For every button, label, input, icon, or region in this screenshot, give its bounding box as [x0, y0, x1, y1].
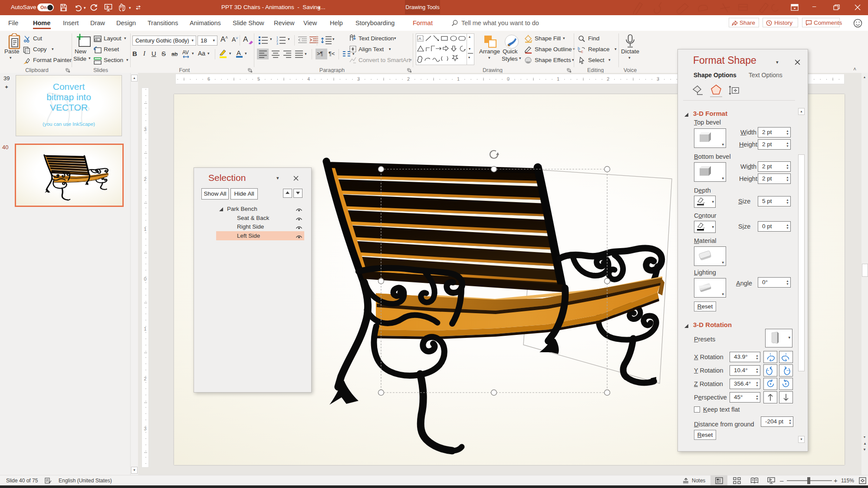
svg-text:3: 3	[276, 42, 278, 45]
svg-text:b: b	[578, 46, 580, 51]
svg-text:c: c	[581, 49, 583, 54]
svg-text:1: 1	[276, 36, 278, 39]
svg-text:2: 2	[276, 39, 278, 42]
svg-text:A: A	[419, 36, 421, 41]
svg-text:A: A	[353, 34, 355, 37]
